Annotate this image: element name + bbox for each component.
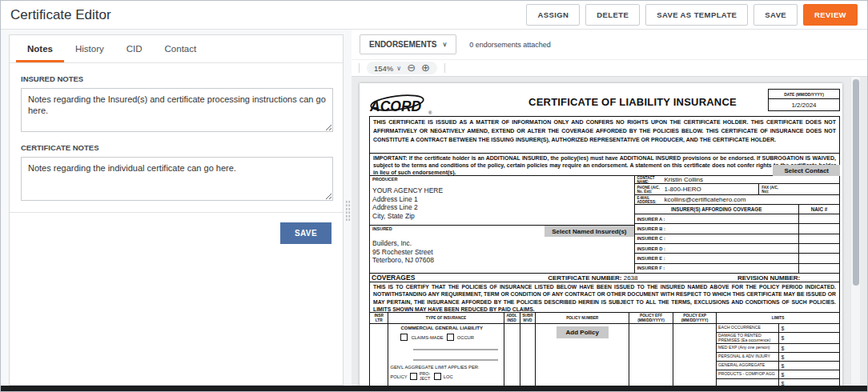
tab-history[interactable]: History	[64, 35, 115, 62]
insurer-naic-cell	[798, 244, 839, 253]
insurer-naic-cell	[798, 224, 839, 233]
select-named-insureds-button[interactable]: Select Named Insured(s)	[545, 226, 633, 237]
insurer-naic-cell	[798, 234, 839, 243]
important-notice: IMPORTANT: If the certificate holder is …	[369, 154, 840, 176]
insurer-row-e: INSURER E :	[635, 254, 840, 263]
registered-mark: ®	[428, 110, 432, 115]
producer-label: PRODUCER	[372, 177, 632, 182]
date-value: 1/2/2024	[769, 99, 839, 110]
header-policy-number: POLICY NUMBER	[536, 313, 629, 323]
header-insr-ltr: INSR LTR	[370, 313, 388, 323]
zoom-level-dropdown[interactable]: 154% ∨	[374, 64, 401, 73]
save-button[interactable]: SAVE	[753, 4, 798, 26]
chevron-down-icon: ∨	[442, 41, 447, 48]
policy-table-header: INSR LTR TYPE OF INSURANCE ADDL INSD SUB…	[370, 313, 839, 324]
disclaimer-text: THIS CERTIFICATE IS ISSUED AS A MATTER O…	[369, 116, 840, 154]
assign-button[interactable]: ASSIGN	[526, 4, 580, 26]
endorsements-status: 0 endorsements attached	[469, 41, 551, 49]
blank-policy-line	[413, 359, 497, 361]
zoom-in-button[interactable]: ⊕	[421, 63, 430, 73]
important-notice-text: IMPORTANT: If the certificate holder is …	[373, 155, 836, 175]
insured-notes-textarea[interactable]: Notes regarding the Insured(s) and certi…	[21, 88, 333, 132]
insr-ltr-cell	[370, 324, 388, 386]
limit-row: MED EXP (Any one person) $	[717, 344, 839, 353]
claims-made-label: CLAIMS-MADE	[411, 335, 443, 340]
header-policy-exp: POLICY EXP (MM/DD/YYYY)	[673, 313, 717, 323]
vertical-scrollbar[interactable]	[850, 77, 860, 386]
insurer-naic-cell	[798, 254, 839, 262]
revision-number-label: REVISION NUMBER:	[698, 274, 839, 282]
save-as-template-button[interactable]: SAVE AS TEMPLATE	[645, 4, 748, 26]
acord-logo-text: ACORD	[369, 98, 422, 114]
loc-option-label: LOC	[444, 374, 453, 379]
occur-checkbox[interactable]	[447, 334, 454, 341]
coverages-title: COVERAGES	[370, 274, 488, 282]
window-bottom-edge	[1, 386, 867, 391]
limit-row: EACH OCCURRENCE $	[717, 324, 839, 333]
policy-table-body: COMMERCIAL GENERAL LIABILITY CLAIMS-MADE…	[370, 324, 839, 386]
insurer-row-c: INSURER C :	[635, 234, 840, 244]
insured-address: Builders, Inc. 95 Rochester Street Teter…	[372, 239, 632, 265]
acord-logo: ACORD ®	[369, 88, 497, 116]
add-policy-button[interactable]: Add Policy	[557, 326, 609, 338]
toolbar-divider	[359, 63, 360, 73]
claims-made-checkbox[interactable]	[400, 334, 408, 341]
header-actions: ASSIGN DELETE SAVE AS TEMPLATE SAVE REVI…	[526, 4, 858, 26]
header-addl-insd: ADDL INSD	[504, 313, 520, 323]
delete-button[interactable]: DELETE	[585, 4, 640, 26]
tab-notes[interactable]: Notes	[16, 35, 64, 62]
page-title: Certificate Editor	[10, 7, 111, 23]
acord-form: ACORD ® CERTIFICATE OF LIABILITY INSURAN…	[369, 88, 840, 386]
scrollbar-thumb[interactable]	[853, 79, 859, 286]
document-viewport[interactable]: ACORD ® CERTIFICATE OF LIABILITY INSURAN…	[352, 77, 867, 386]
contact-name-value: Kristin Collins	[662, 176, 703, 183]
coverages-header-row: COVERAGES CERTIFICATE NUMBER: 2638 REVIS…	[369, 274, 840, 282]
limit-label	[717, 382, 778, 384]
naic-header: NAIC #	[798, 205, 839, 214]
header-policy-eff: POLICY EFF (MM/DD/YYYY)	[629, 313, 673, 323]
limits-cell: EACH OCCURRENCE $ DAMAGE TO RENTED PREMI…	[717, 324, 839, 386]
splitter-grip-icon	[345, 200, 351, 221]
certificate-notes-textarea[interactable]: Notes regarding the individual certifica…	[21, 157, 333, 201]
toolbar-divider	[444, 63, 445, 73]
policy-option-label: POLICY	[390, 374, 407, 379]
select-contact-button[interactable]: Select Contact	[773, 165, 840, 176]
insurer-naic-cell	[798, 264, 839, 273]
certify-text: THIS IS TO CERTIFY THAT THE POLICIES OF …	[369, 282, 840, 313]
limit-row: PERSONAL & ADV INJURY $	[717, 353, 839, 362]
dollar-sign: $	[782, 335, 785, 341]
insurer-row-b: INSURER B :	[635, 224, 840, 234]
limit-row: PRODUCTS - COMP/OP AGG $	[717, 370, 839, 379]
dollar-sign: $	[782, 363, 785, 369]
email-label: E-MAIL ADDRESS:	[635, 195, 662, 205]
chevron-down-icon: ∨	[396, 65, 401, 72]
form-title: CERTIFICATE OF LIABILITY INSURANCE	[497, 96, 768, 108]
contact-name-label: CONTACT NAME:	[635, 176, 662, 184]
insurers-coverage-title: INSURER(S) AFFORDING COVERAGE	[635, 206, 798, 212]
project-checkbox[interactable]	[434, 373, 441, 380]
policy-eff-cell	[629, 324, 673, 386]
type-of-insurance-cell: COMMERCIAL GENERAL LIABILITY CLAIMS-MADE…	[388, 324, 504, 386]
limit-label: PERSONAL & ADV INJURY	[717, 354, 778, 360]
tab-contact[interactable]: Contact	[154, 35, 208, 62]
insurer-naic-cell	[798, 214, 839, 223]
review-button[interactable]: REVIEW	[803, 4, 858, 26]
zoom-toolbar: 154% ∨ ⊖ ⊕	[352, 60, 867, 77]
limit-row: $	[717, 379, 839, 386]
header-subr-wvd: SUBR WVD	[520, 313, 536, 323]
parties-section: PRODUCER YOUR AGENCY HERE Address Line 1…	[369, 176, 840, 274]
tab-cid[interactable]: CID	[115, 35, 154, 62]
policy-checkbox[interactable]	[410, 373, 417, 380]
endorsements-button[interactable]: ENDORSEMENTS ∨	[360, 34, 456, 54]
app-header: Certificate Editor ASSIGN DELETE SAVE AS…	[1, 1, 867, 30]
policy-number-cell: Add Policy	[536, 324, 629, 386]
project-option-label: PRO-JECT	[420, 372, 432, 381]
limit-label: DAMAGE TO RENTED PREMISES (Ea occurrence…	[717, 333, 778, 344]
header-limits: LIMITS	[717, 313, 839, 323]
certificate-editor-window: Certificate Editor ASSIGN DELETE SAVE AS…	[0, 0, 868, 392]
minus-circle-icon: ⊖	[407, 62, 416, 74]
notes-save-button[interactable]: SAVE	[280, 222, 332, 244]
panel-splitter[interactable]	[344, 34, 352, 386]
insured-block: INSURED Select Named Insured(s) Builders…	[370, 226, 634, 273]
zoom-out-button[interactable]: ⊖	[407, 63, 416, 73]
